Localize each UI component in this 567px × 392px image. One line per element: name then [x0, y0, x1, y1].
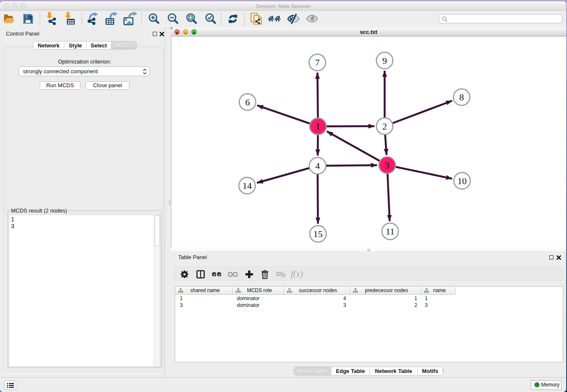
svg-text:2: 2 — [383, 121, 387, 132]
svg-text:10: 10 — [457, 176, 467, 186]
svg-text:9: 9 — [383, 55, 387, 66]
svg-text:3: 3 — [385, 160, 390, 171]
svg-text:11: 11 — [385, 226, 394, 237]
svg-text:4: 4 — [315, 160, 320, 171]
svg-text:14: 14 — [242, 180, 252, 191]
svg-text:1: 1 — [316, 121, 320, 132]
svg-text:8: 8 — [460, 92, 464, 102]
svg-text:6: 6 — [245, 97, 250, 108]
svg-text:15: 15 — [314, 229, 323, 239]
svg-text:7: 7 — [315, 57, 320, 68]
